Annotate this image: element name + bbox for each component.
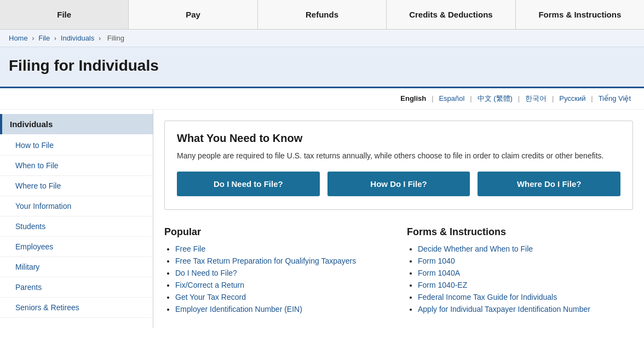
lang-russian[interactable]: Русский (559, 94, 585, 102)
main-layout: Individuals How to File When to File Whe… (0, 110, 644, 328)
fi-decide-when-to-file[interactable]: Decide Whether and When to File (418, 244, 533, 253)
breadcrumb-file[interactable]: File (38, 34, 50, 42)
list-item: Free File (175, 244, 390, 253)
breadcrumb: Home › File › Individuals › Filing (9, 34, 635, 42)
lang-espanol[interactable]: Español (439, 94, 464, 102)
sidebar-item-students[interactable]: Students (0, 216, 153, 237)
nav-pay[interactable]: Pay (129, 0, 257, 29)
popular-free-file[interactable]: Free File (175, 244, 205, 253)
popular-fix-correct[interactable]: Fix/Correct a Return (175, 281, 244, 289)
list-item: Form 1040-EZ (418, 281, 633, 289)
forms-instructions-section: Forms & Instructions Decide Whether and … (407, 226, 633, 317)
info-box-description: Many people are required to file U.S. ta… (177, 150, 620, 162)
fi-form-1040ez[interactable]: Form 1040-EZ (418, 281, 467, 289)
nav-file[interactable]: File (0, 0, 129, 29)
list-item: Fix/Correct a Return (175, 281, 390, 289)
list-item: Do I Need to File? (175, 269, 390, 277)
sidebar-item-parents[interactable]: Parents (0, 277, 153, 298)
top-navigation: File Pay Refunds Credits & Deductions Fo… (0, 0, 644, 30)
language-bar: English | Español | 中文 (繁體) | 한국어 | Русс… (0, 88, 644, 110)
lang-vietnamese[interactable]: Tiếng Việt (599, 94, 631, 102)
fi-federal-income-tax-guide[interactable]: Federal Income Tax Guide for Individuals (418, 293, 557, 301)
breadcrumb-home[interactable]: Home (9, 34, 28, 42)
sidebar-item-how-to-file[interactable]: How to File (0, 135, 153, 156)
sidebar-item-seniors-retirees[interactable]: Seniors & Retirees (0, 298, 153, 318)
list-item: Apply for Individual Taxpayer Identifica… (418, 305, 633, 314)
content-area: What You Need to Know Many people are re… (153, 110, 644, 328)
list-item: Federal Income Tax Guide for Individuals (418, 293, 633, 301)
popular-section: Popular Free File Free Tax Return Prepar… (164, 226, 390, 317)
sidebar-item-employees[interactable]: Employees (0, 237, 153, 257)
popular-free-tax-return[interactable]: Free Tax Return Preparation for Qualifyi… (175, 257, 356, 265)
list-item: Form 1040A (418, 269, 633, 277)
sidebar: Individuals How to File When to File Whe… (0, 110, 153, 328)
popular-do-i-need-to-file[interactable]: Do I Need to File? (175, 269, 237, 277)
two-column-section: Popular Free File Free Tax Return Prepar… (164, 226, 633, 317)
list-item: Form 1040 (418, 257, 633, 265)
list-item: Free Tax Return Preparation for Qualifyi… (175, 257, 390, 265)
sidebar-item-when-to-file[interactable]: When to File (0, 156, 153, 176)
lang-english[interactable]: English (400, 94, 426, 102)
breadcrumb-individuals[interactable]: Individuals (61, 34, 94, 42)
sidebar-item-your-information[interactable]: Your Information (0, 196, 153, 216)
do-i-need-to-file-button[interactable]: Do I Need to File? (177, 172, 320, 196)
lang-korean[interactable]: 한국어 (525, 94, 547, 102)
info-box-title: What You Need to Know (177, 132, 620, 145)
sidebar-section-title: Individuals (0, 114, 153, 134)
forms-instructions-list: Decide Whether and When to File Form 104… (407, 244, 633, 314)
page-header: Filing for Individuals (0, 47, 644, 88)
forms-instructions-title: Forms & Instructions (407, 226, 633, 238)
how-do-i-file-button[interactable]: How Do I File? (327, 172, 470, 196)
breadcrumb-current: Filing (107, 34, 124, 42)
list-item: Employer Identification Number (EIN) (175, 305, 390, 314)
nav-refunds[interactable]: Refunds (258, 0, 387, 29)
where-do-i-file-button[interactable]: Where Do I File? (478, 172, 620, 196)
page-title: Filing for Individuals (9, 57, 635, 75)
popular-title: Popular (164, 226, 390, 238)
fi-form-1040a[interactable]: Form 1040A (418, 269, 460, 277)
nav-forms-instructions[interactable]: Forms & Instructions (516, 0, 644, 29)
popular-get-tax-record[interactable]: Get Your Tax Record (175, 293, 246, 301)
info-buttons: Do I Need to File? How Do I File? Where … (177, 172, 620, 196)
sidebar-item-where-to-file[interactable]: Where to File (0, 176, 153, 196)
fi-apply-itin[interactable]: Apply for Individual Taxpayer Identifica… (418, 305, 590, 314)
nav-credits-deductions[interactable]: Credits & Deductions (387, 0, 515, 29)
popular-list: Free File Free Tax Return Preparation fo… (164, 244, 390, 314)
sidebar-item-military[interactable]: Military (0, 257, 153, 277)
list-item: Get Your Tax Record (175, 293, 390, 301)
popular-ein[interactable]: Employer Identification Number (EIN) (175, 305, 302, 314)
list-item: Decide Whether and When to File (418, 244, 633, 253)
lang-chinese[interactable]: 中文 (繁體) (478, 94, 513, 102)
info-box: What You Need to Know Many people are re… (164, 121, 633, 210)
breadcrumb-bar: Home › File › Individuals › Filing (0, 30, 644, 47)
fi-form-1040[interactable]: Form 1040 (418, 257, 455, 265)
